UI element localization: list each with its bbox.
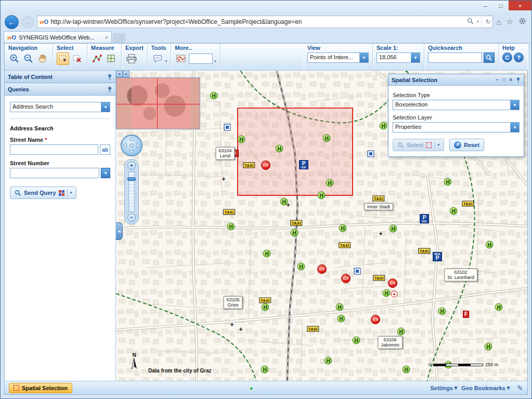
scale-dropdown-arrow-icon[interactable]: ▼ bbox=[411, 53, 420, 62]
tools-dropdown-icon[interactable]: ▾ bbox=[165, 59, 167, 65]
pin-icon[interactable] bbox=[107, 74, 112, 80]
settings-menu[interactable]: Settings▾ bbox=[430, 384, 457, 391]
map-marker-taxi[interactable]: TAXI bbox=[307, 326, 319, 332]
map-marker-cross[interactable]: + bbox=[222, 175, 226, 183]
map-marker-busparking[interactable]: BUSP bbox=[433, 252, 442, 261]
map-marker-cross[interactable]: + bbox=[230, 321, 234, 328]
map-marker-pharmacy[interactable]: H bbox=[486, 241, 494, 249]
map-marker-pharmacy[interactable]: H bbox=[318, 192, 326, 200]
map-marker-taxi[interactable]: TAXI bbox=[418, 248, 430, 254]
pan-hand-button[interactable] bbox=[36, 52, 49, 65]
measure-distance-button[interactable] bbox=[91, 52, 103, 65]
map-canvas[interactable]: HHHHHHHHHHHHHHHHHHHHHHHHHHHHHHTAXITAXITA… bbox=[116, 71, 527, 381]
search-icon[interactable] bbox=[467, 18, 474, 26]
map-marker-parking[interactable]: PE/A bbox=[420, 214, 429, 223]
map-marker-pharmacy[interactable]: H bbox=[450, 207, 458, 215]
map-marker-taxi[interactable]: TAXI bbox=[372, 196, 384, 202]
select-button[interactable]: Select ▾ bbox=[393, 139, 444, 151]
map-marker-pharmacy[interactable]: H bbox=[262, 303, 269, 311]
map-marker-fred[interactable]: F bbox=[463, 311, 469, 318]
view-dropdown[interactable]: Points of Intere... ▼ bbox=[307, 52, 369, 63]
map-marker-pharmacy[interactable]: H bbox=[339, 224, 347, 232]
refresh-icon[interactable]: ↻ bbox=[485, 18, 490, 25]
map-marker-pharmacy[interactable]: H bbox=[444, 178, 452, 186]
geo-bookmarks-menu[interactable]: Geo Bookmarks▾ bbox=[461, 384, 510, 391]
back-button[interactable]: ← bbox=[5, 15, 19, 29]
quicksearch-input[interactable] bbox=[428, 52, 482, 63]
map-marker-taxi[interactable]: TAXI bbox=[339, 243, 351, 248]
spatial-selection-titlebar[interactable]: Spatial Selection – □ × bbox=[388, 74, 524, 86]
zoom-slider-plus-button[interactable]: + bbox=[127, 162, 136, 170]
map-marker-district[interactable]: Inner Stadt bbox=[364, 203, 393, 210]
table-of-content-header[interactable]: Table of Content bbox=[5, 71, 115, 83]
map-marker-infoblue[interactable] bbox=[368, 151, 374, 157]
selection-type-dropdown[interactable]: Boxselection ▼ bbox=[393, 100, 520, 110]
map-marker-pharmacy[interactable]: H bbox=[390, 225, 397, 233]
forward-button[interactable]: → bbox=[22, 16, 34, 28]
home-icon[interactable]: ⌂ bbox=[496, 18, 501, 26]
map-marker-pharmacy[interactable]: H bbox=[326, 179, 334, 187]
map-marker-redcross[interactable]: + bbox=[391, 291, 398, 298]
panel-close-icon[interactable]: × bbox=[509, 77, 512, 83]
map-marker-taxi[interactable]: TAXI bbox=[243, 163, 255, 168]
panel-restore-icon[interactable]: □ bbox=[502, 77, 505, 83]
view-dropdown-arrow-icon[interactable]: ▼ bbox=[359, 53, 368, 62]
pin-icon[interactable] bbox=[516, 77, 521, 83]
clear-selection-button[interactable] bbox=[71, 52, 83, 65]
help-question-button[interactable]: ? bbox=[514, 52, 524, 62]
more-dropdown-icon[interactable]: ▾ bbox=[214, 59, 216, 65]
box-select-button[interactable] bbox=[57, 52, 69, 65]
selection-layer-dropdown[interactable]: Properties ▼ bbox=[393, 122, 520, 132]
zoom-slider-minus-button[interactable]: − bbox=[127, 214, 136, 222]
pencil-icon[interactable]: ✎ bbox=[517, 384, 523, 392]
map-marker-cs[interactable]: CS bbox=[341, 274, 351, 283]
zoom-slider-thumb[interactable] bbox=[127, 177, 136, 181]
zoom-out-button[interactable] bbox=[22, 52, 35, 65]
tab-close-icon[interactable]: × bbox=[105, 34, 108, 41]
map-marker-pharmacy[interactable]: H bbox=[438, 308, 446, 315]
map-marker-district[interactable]: 63106Jakomini bbox=[378, 336, 403, 349]
map-marker-cs[interactable]: CS bbox=[317, 264, 327, 274]
send-query-button[interactable]: Send Query ▾ bbox=[10, 187, 76, 199]
maptip-balloon-button[interactable] bbox=[151, 52, 164, 65]
url-input[interactable] bbox=[50, 18, 465, 25]
tab-weboffice[interactable]: wO SYNERGIS WebOffice Web... × bbox=[4, 31, 112, 43]
map-marker-pharmacy[interactable]: H bbox=[263, 250, 271, 258]
map-marker-pharmacy[interactable]: H bbox=[338, 315, 345, 323]
overview-map[interactable] bbox=[116, 77, 200, 129]
map-marker-pharmacy[interactable]: H bbox=[261, 366, 269, 374]
street-name-input[interactable] bbox=[10, 144, 98, 155]
queries-header[interactable]: Queries bbox=[5, 83, 115, 96]
map-marker-pharmacy[interactable]: H bbox=[227, 223, 235, 231]
help-c-button[interactable]: C bbox=[502, 52, 512, 62]
map-marker-district[interactable]: 63104Lend bbox=[215, 147, 235, 160]
address-bar[interactable]: wO ▾ ↻ bbox=[37, 16, 493, 28]
map-marker-infoblue[interactable] bbox=[354, 268, 361, 275]
zoom-in-button[interactable] bbox=[8, 52, 21, 65]
redlining-map-button[interactable] bbox=[175, 52, 187, 65]
map-marker-pharmacy[interactable]: H bbox=[291, 229, 299, 237]
pin-icon[interactable] bbox=[107, 86, 112, 92]
compass-pad[interactable] bbox=[120, 134, 143, 157]
map-marker-pharmacy[interactable]: H bbox=[323, 135, 331, 142]
measure-area-button[interactable] bbox=[105, 52, 118, 65]
sidebar-collapse-handle[interactable]: ◄ bbox=[116, 222, 123, 240]
alphabet-search-button[interactable]: ab bbox=[100, 144, 110, 155]
map-marker-taxi[interactable]: TAXI bbox=[259, 298, 271, 303]
spatial-selection-status-button[interactable]: Spatial Selection bbox=[9, 383, 72, 393]
map-marker-pharmacy[interactable]: H bbox=[325, 357, 332, 365]
map-marker-taxi[interactable]: TAXI bbox=[290, 220, 302, 226]
select-dropdown-icon[interactable]: ▾ bbox=[437, 143, 439, 147]
map-marker-taxi[interactable]: TAXI bbox=[462, 201, 474, 207]
map-marker-pharmacy[interactable]: H bbox=[353, 337, 360, 344]
favorites-star-icon[interactable]: ☆ bbox=[507, 17, 513, 26]
selection-type-arrow-icon[interactable]: ▼ bbox=[510, 100, 519, 110]
reset-button[interactable]: ↺ Reset bbox=[449, 139, 484, 151]
map-marker-district[interactable]: 63102St. Leonhard bbox=[444, 269, 477, 282]
maximize-button[interactable]: □ bbox=[493, 1, 509, 10]
map-marker-pharmacy[interactable]: H bbox=[383, 289, 391, 297]
map-marker-cs[interactable]: CS bbox=[371, 315, 380, 324]
new-tab-button[interactable] bbox=[113, 33, 125, 43]
map-marker-pharmacy[interactable]: H bbox=[238, 136, 245, 143]
map-marker-pharmacy[interactable]: H bbox=[403, 366, 410, 374]
